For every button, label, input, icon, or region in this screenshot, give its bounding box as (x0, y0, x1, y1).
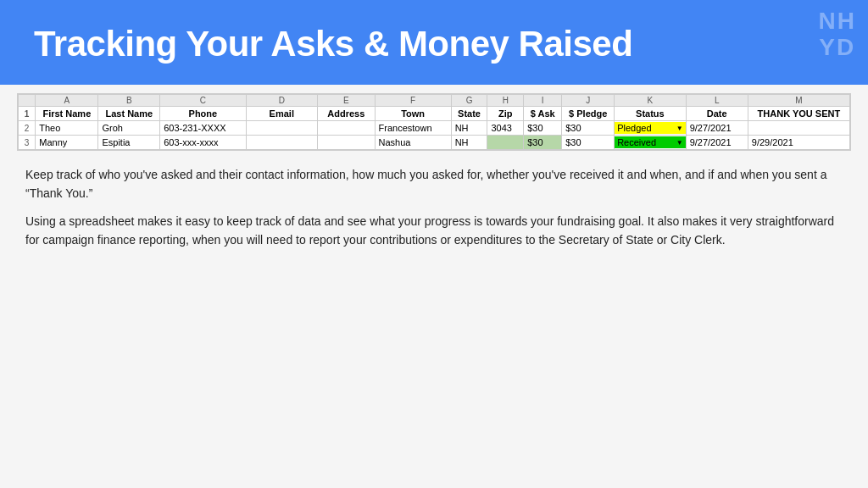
cell-phone-1: 603-231-XXXX (160, 121, 246, 136)
body-paragraph-1: Keep track of who you've asked and their… (25, 166, 843, 202)
table-row: 2 Theo Groh 603-231-XXXX Francestown NH … (19, 121, 850, 136)
col-header-phone: Phone (160, 107, 246, 121)
cell-state-1: NH (451, 121, 487, 136)
cell-ask-2: $30 (524, 136, 562, 150)
col-label-c: C (160, 95, 246, 107)
body-text-area: Keep track of who you've asked and their… (0, 154, 868, 269)
cell-thankyou-2: 9/29/2021 (748, 136, 849, 150)
col-header-status: Status (615, 107, 686, 121)
page-title: Tracking Your Asks & Money Raised (34, 24, 834, 64)
col-header-lastname: Last Name (98, 107, 160, 121)
status-badge-pledged: Pledged ▼ (615, 122, 685, 134)
cell-pledge-2: $30 (562, 136, 615, 150)
cell-phone-2: 603-xxx-xxxx (160, 136, 246, 150)
col-header-ask: $ Ask (524, 107, 562, 121)
dropdown-arrow-icon[interactable]: ▼ (676, 125, 683, 132)
cell-status-1: Pledged ▼ (615, 121, 686, 136)
cell-date-2: 9/27/2021 (686, 136, 748, 150)
cell-town-1: Francestown (375, 121, 451, 136)
col-label-a: A (36, 95, 98, 107)
corner-cell (19, 95, 36, 107)
cell-address-2 (318, 136, 376, 150)
cell-zip-1: 3043 (487, 121, 524, 136)
col-label-h: H (487, 95, 524, 107)
header-banner: Tracking Your Asks & Money Raised NH YD (0, 0, 868, 85)
status-badge-received: Received ▼ (615, 136, 685, 148)
col-header-address: Address (318, 107, 376, 121)
logo: NH YD (819, 8, 856, 61)
cell-address-1 (318, 121, 376, 136)
cell-lastname-2: Espitia (98, 136, 160, 150)
row-num-2: 2 (19, 121, 36, 136)
col-header-pledge: $ Pledge (562, 107, 615, 121)
col-label-l: L (686, 95, 748, 107)
cell-town-2: Nashua (375, 136, 451, 150)
col-label-e: E (318, 95, 376, 107)
col-header-email: Email (246, 107, 317, 121)
col-label-m: M (748, 95, 849, 107)
col-label-f: F (375, 95, 451, 107)
col-label-b: B (98, 95, 160, 107)
dropdown-arrow-icon[interactable]: ▼ (676, 139, 683, 147)
col-label-d: D (246, 95, 317, 107)
cell-lastname-1: Groh (98, 121, 160, 136)
slide: Tracking Your Asks & Money Raised NH YD … (0, 0, 868, 488)
col-label-i: I (524, 95, 562, 107)
col-label-j: J (562, 95, 615, 107)
cell-state-2: NH (451, 136, 487, 150)
cell-pledge-1: $30 (562, 121, 615, 136)
spreadsheet-container: A B C D E F G H I J K L M 1 (17, 93, 851, 151)
cell-firstname-2: Manny (36, 136, 98, 150)
col-header-town: Town (375, 107, 451, 121)
col-label-g: G (451, 95, 487, 107)
row-num-1: 1 (19, 107, 36, 121)
cell-zip-2 (487, 136, 524, 150)
body-paragraph-2: Using a spreadsheet makes it easy to kee… (25, 213, 843, 249)
table-header-row: 1 First Name Last Name Phone Email Addre… (19, 107, 850, 121)
cell-email-2 (246, 136, 317, 150)
col-header-firstname: First Name (36, 107, 98, 121)
cell-ask-1: $30 (524, 121, 562, 136)
cell-status-2: Received ▼ (615, 136, 686, 150)
table-row: 3 Manny Espitia 603-xxx-xxxx Nashua NH $… (19, 136, 850, 150)
cell-date-1: 9/27/2021 (686, 121, 748, 136)
cell-email-1 (246, 121, 317, 136)
col-header-date: Date (686, 107, 748, 121)
col-header-state: State (451, 107, 487, 121)
col-label-k: K (615, 95, 686, 107)
column-letters-row: A B C D E F G H I J K L M (19, 95, 850, 107)
row-num-3: 3 (19, 136, 36, 150)
col-header-zip: Zip (487, 107, 524, 121)
cell-firstname-1: Theo (36, 121, 98, 136)
cell-thankyou-1 (748, 121, 849, 136)
col-header-thankyou: THANK YOU SENT (748, 107, 849, 121)
spreadsheet-table: A B C D E F G H I J K L M 1 (18, 94, 850, 150)
